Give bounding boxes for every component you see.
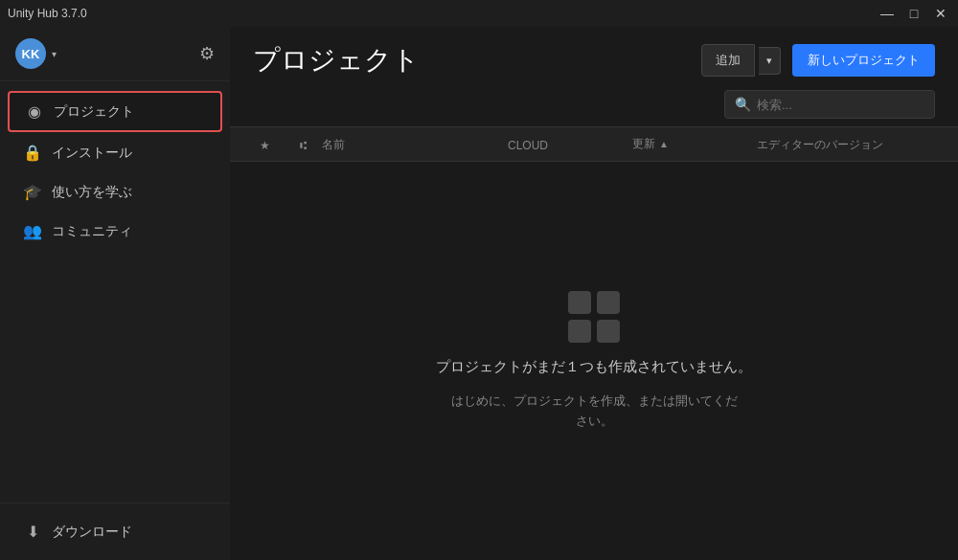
- empty-state: プロジェクトがまだ１つも作成されていません。 はじめに、プロジェクトを作成、また…: [230, 162, 958, 560]
- settings-icon[interactable]: ⚙: [199, 43, 215, 64]
- col-header-star[interactable]: ★: [245, 136, 284, 153]
- community-icon: 👥: [23, 222, 42, 240]
- search-box: 🔍: [724, 90, 935, 119]
- close-button[interactable]: ✕: [931, 4, 950, 23]
- sidebar-item-community[interactable]: 👥 コミュニティ: [8, 213, 222, 250]
- empty-main-text: プロジェクトがまだ１つも作成されていません。: [436, 358, 752, 376]
- add-dropdown-button[interactable]: ▾: [759, 47, 781, 75]
- sidebar: KK ▾ ⚙ ◉ プロジェクト 🔒 インストール 🎓 使い方を学ぶ 👥 コミュニ…: [0, 27, 230, 560]
- col-header-editor: エディターのバージョン: [757, 135, 943, 153]
- col-header-name[interactable]: 名前: [322, 135, 508, 153]
- minimize-button[interactable]: —: [878, 4, 897, 23]
- col-header-update[interactable]: 更新 ▲: [632, 136, 757, 152]
- sidebar-header: KK ▾ ⚙: [0, 27, 230, 81]
- col-header-cloud[interactable]: CLOUD: [508, 136, 632, 153]
- app-body: KK ▾ ⚙ ◉ プロジェクト 🔒 インストール 🎓 使い方を学ぶ 👥 コミュニ…: [0, 27, 958, 560]
- sidebar-item-label-learn: 使い方を学ぶ: [52, 184, 132, 201]
- sidebar-item-label-projects: プロジェクト: [54, 103, 134, 121]
- icon-square-3: [568, 320, 591, 343]
- main-content: プロジェクト 追加 ▾ 新しいプロジェクト 🔍 ★ ⑆ 名前: [230, 27, 958, 560]
- sidebar-item-label-install: インストール: [52, 145, 132, 162]
- maximize-button[interactable]: □: [904, 4, 924, 23]
- avatar: KK: [15, 38, 46, 69]
- empty-state-icon: [568, 291, 620, 343]
- search-input[interactable]: [757, 98, 924, 112]
- titlebar: Unity Hub 3.7.0 — □ ✕: [0, 0, 958, 27]
- icon-square-1: [568, 291, 591, 314]
- sort-arrow-icon: ▲: [659, 139, 669, 149]
- sidebar-item-label-community: コミュニティ: [52, 223, 132, 240]
- icon-square-2: [597, 291, 620, 314]
- sidebar-item-learn[interactable]: 🎓 使い方を学ぶ: [8, 173, 222, 211]
- main-header: プロジェクト 追加 ▾ 新しいプロジェクト: [230, 27, 958, 86]
- sidebar-item-projects[interactable]: ◉ プロジェクト: [8, 91, 222, 132]
- learn-icon: 🎓: [23, 183, 42, 201]
- table-header: ★ ⑆ 名前 CLOUD 更新 ▲ エディターのバージョン: [230, 126, 958, 162]
- sidebar-item-install[interactable]: 🔒 インストール: [8, 134, 222, 171]
- col-header-branch[interactable]: ⑆: [284, 136, 322, 153]
- nav-items: ◉ プロジェクト 🔒 インストール 🎓 使い方を学ぶ 👥 コミュニティ: [0, 81, 230, 503]
- header-actions: 追加 ▾ 新しいプロジェクト: [701, 44, 935, 77]
- app-title: Unity Hub 3.7.0: [8, 7, 87, 20]
- empty-sub-text: はじめに、プロジェクトを作成、または開いてください。: [451, 392, 738, 432]
- sidebar-item-download[interactable]: ⬇ ダウンロード: [15, 515, 215, 549]
- projects-icon: ◉: [25, 102, 44, 121]
- add-button[interactable]: 追加: [701, 44, 755, 77]
- page-title: プロジェクト: [253, 42, 420, 78]
- sidebar-item-label-download: ダウンロード: [52, 524, 132, 541]
- install-icon: 🔒: [23, 144, 42, 162]
- search-area: 🔍: [230, 86, 958, 126]
- avatar-area[interactable]: KK ▾: [15, 38, 57, 69]
- sidebar-bottom: ⬇ ダウンロード: [0, 503, 230, 560]
- search-icon: 🔍: [735, 97, 751, 112]
- new-project-button[interactable]: 新しいプロジェクト: [792, 44, 935, 77]
- icon-square-4: [597, 320, 620, 343]
- download-icon: ⬇: [23, 523, 42, 541]
- avatar-dropdown-icon: ▾: [52, 49, 57, 59]
- window-controls: — □ ✕: [878, 4, 950, 23]
